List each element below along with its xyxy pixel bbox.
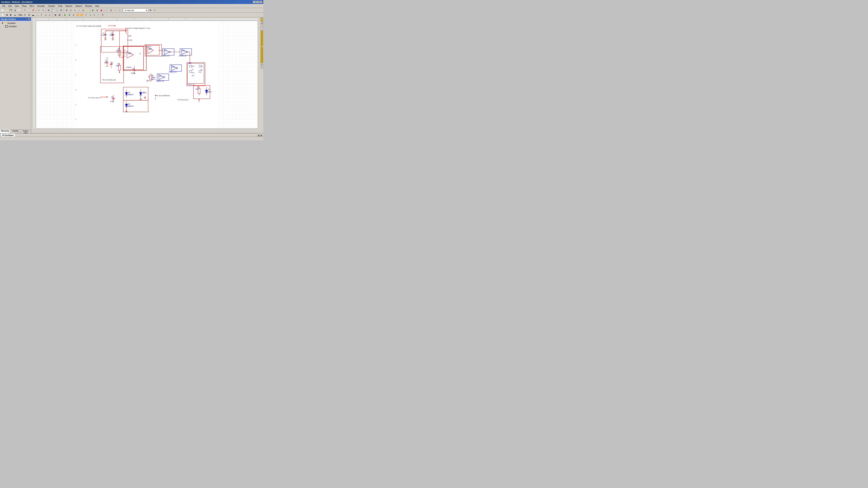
t2-mcu-btn[interactable]: MCU	[19, 13, 23, 17]
t2-rev-btn[interactable]: ⏪	[80, 13, 84, 17]
tab-oscillator[interactable]: ⊞ Oscillator	[1, 133, 16, 137]
wire-button[interactable]: ⊏	[69, 8, 73, 12]
zoom-out-button[interactable]: 🔍-	[55, 8, 59, 12]
panel-tab-visibility[interactable]: Visibility	[10, 130, 21, 133]
svg-text:To TC1411 pin 2: To TC1411 pin 2	[178, 99, 189, 101]
menu-mcu[interactable]: MCU	[28, 4, 36, 7]
menu-window[interactable]: Window	[84, 4, 93, 7]
zoom-area-button[interactable]: ⊟	[59, 8, 63, 12]
menu-tools[interactable]: Tools	[56, 4, 64, 7]
help-button[interactable]: ?	[153, 8, 157, 12]
toolbox-close-btn[interactable]: ✕	[28, 18, 30, 20]
print-button[interactable]: 🖨	[13, 8, 17, 12]
svg-text:D: D	[75, 89, 77, 91]
t2-play-btn[interactable]: ▶	[63, 13, 67, 17]
pause-button[interactable]: ⏸	[95, 8, 99, 12]
t2-sim2-btn[interactable]: ≋	[100, 13, 104, 17]
menu-bar: File Edit View Place MCU Simulate Transf…	[0, 4, 263, 8]
func-gen-button[interactable]: ~	[113, 8, 117, 12]
t2-no-btn[interactable]: ⊝	[23, 13, 27, 17]
print-preview-button[interactable]: ⬜	[17, 8, 21, 12]
component-button[interactable]: ⊕	[65, 8, 68, 12]
t2-fwd2-btn[interactable]: ⏩	[75, 13, 80, 17]
junction-button[interactable]: •	[77, 8, 81, 12]
right-btn-5[interactable]: ●	[260, 66, 263, 69]
menu-file[interactable]: File	[1, 4, 7, 7]
tab-left-btn[interactable]: ◀	[257, 134, 260, 137]
label-button[interactable]: A	[81, 8, 85, 12]
menu-simulate[interactable]: Simulate	[36, 4, 46, 7]
tree-item-oscillator-child[interactable]: 🔲 Oscillator	[1, 25, 30, 28]
oscilloscope-button[interactable]: ○	[105, 8, 109, 12]
right-tab-1[interactable]: ▶	[260, 18, 263, 21]
zoom-full-button[interactable]: ⊞	[46, 8, 51, 12]
save-button[interactable]: 💾	[9, 8, 13, 12]
tree-folder-icon: 📁	[4, 22, 7, 24]
menu-transfer[interactable]: Transfer	[46, 4, 57, 7]
t2-probe-btn[interactable]: ⊿	[43, 13, 48, 17]
redo-button[interactable]: ↪	[41, 8, 45, 12]
undo-button[interactable]: ↩	[37, 8, 41, 12]
tab-right-btn[interactable]: ▶	[260, 134, 262, 137]
t2-new-btn[interactable]: 📄	[1, 13, 4, 17]
in-use-list-dropdown[interactable]: In Use List	[123, 8, 148, 12]
t2-arr-btn[interactable]: ↗	[84, 13, 88, 17]
status-bar	[0, 137, 263, 140]
t2-arr3-btn[interactable]: ↙	[92, 13, 96, 17]
menu-options[interactable]: Options	[74, 4, 84, 7]
bus-button[interactable]: ≡	[73, 8, 77, 12]
svg-text:VDD: VDD	[128, 35, 131, 37]
multimeter-button[interactable]: Ω	[109, 8, 113, 12]
design-toolbox-panel: Design Toolbox 📌 ✕ ▼ 📁 Oscillator 🔲 Osci…	[0, 18, 31, 133]
toolbar-1: 📄 📁 💾 🖨 ⬜ ✂ 📋 📌 ↩ ↪ ⊞ 🔍+ 🔍- ⊟ ⊕ ⊏ ≡ • A …	[0, 8, 263, 13]
t2-fwd-btn[interactable]: ▶	[9, 13, 13, 17]
stop-button[interactable]: ⏹	[99, 8, 103, 12]
new-button[interactable]: 📄	[1, 8, 4, 12]
schematic-area[interactable]: 1 2 3 4 5 6 7 8 9 A B	[31, 18, 263, 133]
right-btn-2[interactable]: +	[260, 25, 263, 27]
menu-place[interactable]: Place	[20, 4, 28, 7]
right-btn-1[interactable]: ◀	[260, 22, 263, 24]
cut-button[interactable]: ✂	[23, 8, 27, 12]
t2-grid-btn[interactable]: ⊞	[27, 13, 31, 17]
toolbox-pin-btn[interactable]: 📌	[26, 18, 28, 20]
svg-text:1N914: 1N914	[207, 91, 212, 93]
menu-help[interactable]: Help	[94, 4, 101, 7]
t2-up-btn[interactable]: ▲	[13, 13, 17, 17]
close-button[interactable]: ✕	[259, 1, 262, 3]
db-button[interactable]: ⚙	[149, 8, 152, 12]
t2-pause2-btn[interactable]: ⏸	[67, 13, 71, 17]
menu-reports[interactable]: Reports	[64, 4, 74, 7]
svg-text:U2B: U2B	[172, 66, 175, 68]
t2-bus2-btn[interactable]: ≡	[48, 13, 52, 17]
t2-h-btn[interactable]: ▤	[53, 13, 57, 17]
svg-text:CD1: CD1	[192, 75, 194, 76]
menu-view[interactable]: View	[13, 4, 21, 7]
zoom-in-button[interactable]: 🔍+	[51, 8, 55, 12]
power-button[interactable]: ⚡	[85, 8, 89, 12]
maximize-button[interactable]: □	[256, 1, 259, 3]
right-btn-4[interactable]: ⊕	[260, 63, 263, 66]
panel-tab-hierarchy[interactable]: Hierarchy	[0, 130, 10, 133]
tree-item-oscillator-root[interactable]: ▼ 📁 Oscillator	[1, 22, 30, 25]
t2-wire-btn[interactable]: —	[35, 13, 39, 17]
power-supply-button[interactable]: ⎍	[117, 8, 121, 12]
t2-stop2-btn[interactable]: ⏹	[71, 13, 75, 17]
yellow-side-tab[interactable]: ▶	[260, 30, 263, 63]
t2-run2-btn[interactable]: ▬	[31, 13, 35, 17]
minimize-button[interactable]: ─	[253, 1, 256, 3]
t2-h2-btn[interactable]: ▥	[58, 13, 61, 17]
t2-arr2-btn[interactable]: ↘	[88, 13, 92, 17]
panel-tab-project[interactable]: Project View	[21, 130, 31, 133]
menu-edit[interactable]: Edit	[7, 4, 13, 7]
schematic-canvas[interactable]: A B C D E F to +13.5V (when ready and co…	[36, 21, 258, 129]
t2-back-btn[interactable]: ◀	[5, 13, 9, 17]
run-button[interactable]: ▶	[91, 8, 95, 12]
schematic-svg: A B C D E F to +13.5V (when ready and co…	[36, 21, 258, 129]
open-button[interactable]: 📁	[5, 8, 9, 12]
copy-button[interactable]: 📋	[27, 8, 31, 12]
t2-sim-btn[interactable]: ~	[96, 13, 100, 17]
right-btn-3[interactable]: -	[260, 28, 263, 30]
paste-button[interactable]: 📌	[31, 8, 35, 12]
t2-text-btn[interactable]: T	[39, 13, 43, 17]
